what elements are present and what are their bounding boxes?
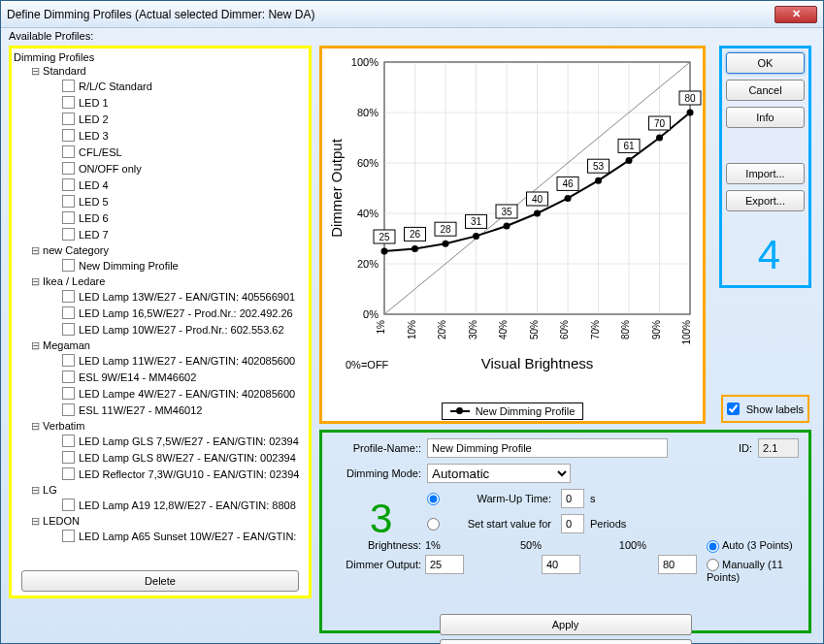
tree-leaf[interactable]: ESL 11W/E27 - MM46012: [14, 402, 307, 419]
set-live-button[interactable]: Set Profile Live (with selected Dimmer): [440, 639, 692, 644]
svg-point-48: [504, 223, 511, 230]
tree-leaf[interactable]: New Dimming Profile: [14, 258, 307, 274]
auto-3pts-option[interactable]: Auto (3 Points): [707, 539, 799, 553]
svg-text:1%: 1%: [376, 320, 386, 335]
ok-button[interactable]: OK: [726, 52, 805, 74]
svg-text:40: 40: [532, 194, 544, 205]
right-buttons-panel: OK Cancel Info Import... Export...: [719, 46, 811, 288]
tree-leaf[interactable]: ESL 9W/E14 - MM46602: [14, 370, 307, 386]
svg-point-51: [534, 210, 541, 217]
tree-root[interactable]: Dimming Profiles: [14, 50, 307, 64]
dimmer-out-50[interactable]: [542, 555, 580, 574]
svg-point-39: [412, 245, 418, 252]
tree-leaf[interactable]: LED Lampe 4W/E27 - EAN/GTIN: 402085600: [14, 386, 307, 402]
svg-text:80%: 80%: [357, 107, 379, 118]
startvalue-radio[interactable]: [427, 518, 440, 531]
svg-text:30%: 30%: [468, 320, 478, 339]
tree-leaf[interactable]: LED Lamp GLS 7,5W/E27 - EAN/GTIN: 02394: [14, 434, 307, 450]
tree-leaf[interactable]: CFL/ESL: [14, 145, 307, 161]
svg-text:80%: 80%: [620, 320, 631, 339]
svg-text:60%: 60%: [559, 320, 570, 339]
svg-text:90%: 90%: [651, 320, 662, 339]
chart-panel: 0%20%40%60%80%100%1%10%20%30%40%50%60%70…: [319, 46, 706, 424]
info-button[interactable]: Info: [726, 107, 805, 128]
tree-category[interactable]: LG: [14, 483, 307, 498]
tree-leaf[interactable]: LED 2: [14, 112, 307, 128]
svg-text:20%: 20%: [437, 320, 447, 339]
content-area: Available Profiles: 1 2 3 4 Dimming Prof…: [9, 30, 815, 635]
svg-text:70%: 70%: [590, 320, 601, 339]
tree-category[interactable]: Verbatim: [14, 419, 307, 434]
tree-leaf[interactable]: LED 5: [14, 194, 307, 210]
tree-leaf[interactable]: LED 7: [14, 227, 307, 243]
tree-leaf[interactable]: R/L/C Standard: [14, 79, 307, 95]
tree-leaf[interactable]: ON/OFF only: [14, 161, 307, 177]
manual-11pts-radio[interactable]: [707, 559, 719, 571]
svg-point-36: [381, 248, 388, 255]
brightness-label: Brightness:: [332, 539, 421, 551]
chart-legend: New Dimming Profile: [326, 399, 699, 420]
svg-point-45: [473, 233, 479, 240]
show-labels-checkbox[interactable]: [727, 402, 740, 415]
svg-text:53: 53: [593, 161, 605, 172]
id-field: [758, 438, 799, 458]
window-title: Define Dimming Profiles (Actual selected…: [7, 8, 775, 21]
id-label: ID:: [739, 442, 752, 454]
dimming-chart: 0%20%40%60%80%100%1%10%20%30%40%50%60%70…: [326, 52, 705, 397]
tree-leaf[interactable]: LED Lamp 11W/E27 - EAN/GTIN: 402085600: [14, 353, 307, 370]
tree-category[interactable]: Ikea / Ledare: [14, 274, 307, 289]
tree-leaf[interactable]: LED 6: [14, 210, 307, 227]
delete-button[interactable]: Delete: [21, 570, 299, 592]
apply-button[interactable]: Apply: [440, 614, 692, 635]
tree-leaf[interactable]: LED 4: [14, 177, 307, 194]
dimmer-out-100[interactable]: [658, 555, 697, 574]
svg-text:28: 28: [440, 224, 451, 235]
warmup-radio[interactable]: [427, 493, 440, 505]
profiles-tree-panel: Dimming ProfilesStandardR/L/C StandardLE…: [9, 46, 312, 598]
svg-point-60: [626, 157, 633, 164]
tree-category[interactable]: Standard: [14, 64, 307, 79]
startvalue-input[interactable]: [561, 514, 584, 533]
tree-leaf[interactable]: LED Lamp A65 Sunset 10W/E27 - EAN/GTIN:: [14, 529, 307, 545]
dimmer-out-1[interactable]: [425, 555, 464, 574]
svg-point-54: [565, 195, 572, 202]
dialog-window: Define Dimming Profiles (Actual selected…: [0, 0, 824, 644]
show-labels-text: Show labels: [746, 403, 804, 415]
tree-leaf[interactable]: LED Lamp 13W/E27 - EAN/GTIN: 405566901: [14, 289, 307, 306]
profile-name-label: Profile-Name::: [332, 442, 421, 454]
tree-category[interactable]: new Category: [14, 243, 307, 258]
tree-leaf[interactable]: LED Lamp A19 12,8W/E27 - EAN/GTIN: 8808: [14, 498, 307, 514]
close-button[interactable]: ✕: [775, 6, 817, 23]
cancel-button[interactable]: Cancel: [726, 80, 805, 101]
tree-leaf[interactable]: LED Lamp 16,5W/E27 - Prod.Nr.: 202.492.2…: [14, 306, 307, 322]
tree-category[interactable]: Megaman: [14, 338, 307, 353]
tree-leaf[interactable]: LED 1: [14, 95, 307, 112]
export-button[interactable]: Export...: [726, 190, 805, 211]
tree-leaf[interactable]: LED Lamp 10W/E27 - Prod.Nr.: 602.553.62: [14, 322, 307, 338]
svg-text:26: 26: [410, 229, 421, 240]
svg-text:61: 61: [623, 141, 635, 151]
profiles-tree[interactable]: Dimming ProfilesStandardR/L/C StandardLE…: [12, 48, 309, 570]
tree-leaf[interactable]: LED Reflector 7,3W/GU10 - EAN/GTIN: 0239…: [14, 467, 307, 483]
tree-category[interactable]: LEDON: [14, 514, 307, 529]
auto-3pts-radio[interactable]: [707, 540, 719, 553]
svg-text:50%: 50%: [529, 320, 540, 339]
profile-name-input[interactable]: [427, 438, 668, 458]
svg-text:40%: 40%: [357, 208, 379, 219]
svg-text:10%: 10%: [407, 320, 417, 339]
available-profiles-label: Available Profiles:: [9, 30, 815, 42]
svg-point-66: [687, 110, 694, 116]
brightness-100: 100%: [588, 539, 646, 551]
svg-text:40%: 40%: [498, 320, 509, 339]
warmup-input[interactable]: [561, 489, 584, 508]
import-button[interactable]: Import...: [726, 163, 805, 184]
warmup-label: Warm-Up Time:: [448, 493, 555, 504]
dimming-mode-select[interactable]: Automatic: [427, 464, 571, 483]
tree-leaf[interactable]: LED Lamp GLS 8W/E27 - EAN/GTIN: 002394: [14, 450, 307, 467]
legend-marker-icon: [450, 410, 470, 412]
svg-text:100%: 100%: [351, 56, 379, 68]
close-icon: ✕: [792, 8, 801, 20]
legend-item: New Dimming Profile: [442, 402, 584, 420]
tree-leaf[interactable]: LED 3: [14, 128, 307, 145]
manual-11pts-option[interactable]: Manually (11 Points): [707, 559, 799, 584]
